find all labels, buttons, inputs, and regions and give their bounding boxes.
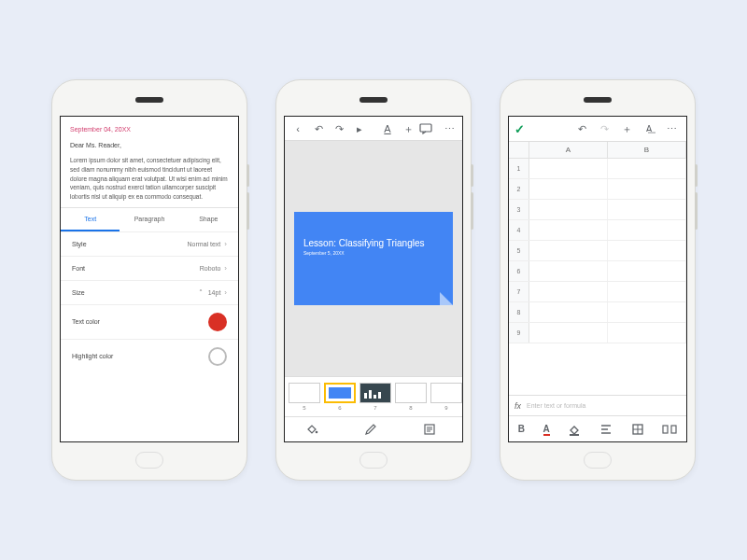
column-header[interactable]: B (608, 142, 686, 158)
cell[interactable] (608, 200, 686, 219)
row-header[interactable]: 3 (509, 200, 529, 219)
cell[interactable] (608, 179, 686, 199)
text-icon[interactable]: A (378, 119, 397, 138)
paint-bucket-icon[interactable] (305, 423, 324, 436)
slides-toolbar: ‹ ↶ ↷ ▸ A ＋ ⋯ (285, 117, 462, 141)
row-header[interactable]: 1 (509, 159, 529, 178)
undo-icon[interactable]: ↶ (572, 119, 591, 138)
thumb-number: 8 (395, 405, 427, 411)
row-font[interactable]: Font Roboto› (61, 256, 238, 280)
power-button[interactable] (471, 164, 473, 187)
redo-icon[interactable]: ↷ (330, 119, 348, 138)
redo-icon[interactable]: ↷ (595, 119, 613, 138)
spreadsheet-grid[interactable]: A B 1 2 3 4 5 6 7 8 9 (509, 141, 686, 395)
row-highlight-color[interactable]: Highlight color (61, 339, 238, 373)
tab-text[interactable]: Text (61, 208, 120, 231)
cell[interactable] (608, 159, 686, 178)
row-header[interactable]: 7 (509, 282, 529, 301)
cell[interactable] (608, 282, 686, 301)
add-icon[interactable]: ＋ (399, 119, 417, 138)
fill-color-button[interactable] (568, 423, 581, 436)
cell[interactable] (529, 302, 608, 322)
undo-icon[interactable]: ↶ (309, 119, 328, 138)
edit-icon[interactable] (364, 423, 383, 436)
docs-screen: September 04, 20XX Dear Ms. Reader, Lore… (60, 116, 239, 442)
size-value: 14pt (208, 289, 221, 296)
slides-screen: ‹ ↶ ↷ ▸ A ＋ ⋯ Lesson: Classifying Triang… (284, 116, 463, 442)
cell[interactable] (529, 159, 608, 178)
row-header[interactable]: 2 (509, 179, 529, 199)
svg-point-1 (315, 431, 317, 434)
row-style[interactable]: Style Normal text› (61, 231, 238, 256)
text-color-button[interactable]: A (543, 424, 550, 434)
column-header[interactable]: A (529, 142, 608, 158)
phone-sheets: ✓ ↶ ↷ ＋ A͟ ⋯ A B 1 2 3 4 5 6 7 8 9 fx (500, 79, 696, 481)
cell[interactable] (529, 323, 608, 343)
volume-button[interactable] (471, 192, 473, 230)
document-body-text[interactable]: Lorem ipsum dolor sit amet, consectetuer… (70, 156, 229, 202)
cell[interactable] (608, 323, 686, 343)
accept-icon[interactable]: ✓ (514, 122, 525, 136)
row-header[interactable]: 4 (509, 220, 529, 240)
fx-icon: fx (514, 401, 521, 411)
more-icon[interactable]: ⋯ (440, 119, 458, 138)
power-button[interactable] (247, 164, 249, 187)
style-label: Style (72, 241, 87, 247)
text-color-label: Text color (72, 318, 100, 325)
select-all-corner[interactable] (509, 142, 529, 158)
play-icon[interactable]: ▸ (350, 119, 369, 138)
formula-input[interactable]: Enter text or formula (527, 402, 585, 409)
slide-thumb[interactable] (359, 383, 391, 403)
chevron-right-icon: › (224, 288, 227, 297)
text-color-swatch[interactable] (208, 313, 227, 331)
caret-up-icon[interactable]: ˄ (199, 288, 203, 297)
style-value: Normal text (188, 241, 221, 247)
row-header[interactable]: 8 (509, 302, 529, 322)
row-text-color[interactable]: Text color (61, 304, 238, 339)
slide-thumb[interactable] (395, 383, 427, 403)
merge-button[interactable] (662, 424, 677, 435)
borders-button[interactable] (631, 423, 644, 436)
cell[interactable] (608, 261, 686, 281)
slide-thumb-selected[interactable] (324, 383, 356, 403)
row-size[interactable]: Size ˄14pt› (61, 280, 238, 304)
volume-button[interactable] (695, 192, 698, 230)
row-header[interactable]: 5 (509, 241, 529, 260)
document-greeting: Dear Ms. Reader, (70, 142, 229, 148)
tab-shape[interactable]: Shape (179, 208, 238, 231)
cell[interactable] (529, 282, 608, 301)
comment-icon[interactable] (419, 123, 438, 134)
cell[interactable] (529, 179, 608, 199)
row-header[interactable]: 9 (509, 323, 529, 343)
cell[interactable] (608, 220, 686, 240)
thumb-number: 5 (289, 405, 320, 411)
svg-rect-6 (570, 434, 579, 436)
add-icon[interactable]: ＋ (617, 119, 636, 138)
more-icon[interactable]: ⋯ (662, 119, 681, 138)
slide-canvas[interactable]: Lesson: Classifying Triangles September … (285, 141, 462, 376)
format-icon[interactable]: A͟ (640, 119, 658, 138)
cell[interactable] (529, 241, 608, 260)
back-icon[interactable]: ‹ (289, 119, 307, 138)
tab-paragraph[interactable]: Paragraph (120, 208, 178, 231)
font-label: Font (72, 265, 85, 272)
current-slide[interactable]: Lesson: Classifying Triangles September … (294, 212, 453, 305)
slide-thumb[interactable] (289, 383, 320, 403)
slides-bottom-bar (285, 416, 462, 441)
cell[interactable] (529, 220, 608, 240)
cell[interactable] (608, 302, 686, 322)
cell[interactable] (529, 261, 608, 281)
cell[interactable] (529, 200, 608, 219)
slide-thumb[interactable] (430, 383, 462, 403)
bold-button[interactable]: B (518, 424, 525, 434)
phone-docs: September 04, 20XX Dear Ms. Reader, Lore… (51, 79, 247, 481)
notes-icon[interactable] (423, 423, 442, 436)
row-header[interactable]: 6 (509, 261, 529, 281)
highlight-color-swatch[interactable] (208, 347, 227, 366)
slide-subtitle: September 5, 20XX (303, 250, 444, 256)
power-button[interactable] (695, 164, 698, 187)
cell[interactable] (608, 241, 686, 260)
formula-bar[interactable]: fx Enter text or formula (509, 395, 686, 415)
align-button[interactable] (599, 424, 613, 435)
volume-button[interactable] (247, 192, 249, 230)
